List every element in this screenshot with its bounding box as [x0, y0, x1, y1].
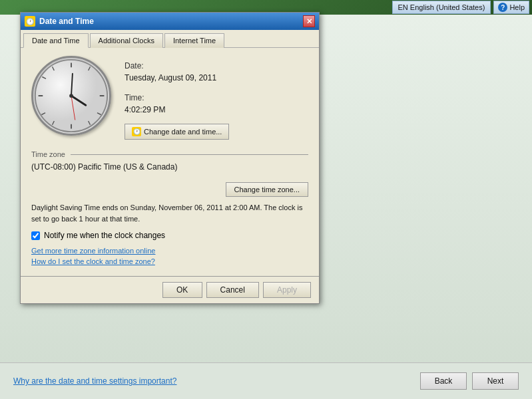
next-button[interactable]: Next	[472, 372, 519, 390]
time-label: Time:	[125, 93, 308, 102]
cancel-button[interactable]: Cancel	[206, 282, 259, 298]
dialog-titlebar: 🕐 Date and Time ✕	[21, 13, 319, 30]
wizard-help-link[interactable]: Why are the date and time settings impor…	[13, 376, 176, 386]
ok-button[interactable]: OK	[162, 282, 202, 298]
date-value: Tuesday, August 09, 2011	[125, 73, 308, 82]
tab-date-time[interactable]: Date and Time	[23, 33, 89, 48]
tab-bar: Date and Time Additional Clocks Internet…	[21, 30, 319, 47]
clock-help-link[interactable]: How do I set the clock and time zone?	[31, 257, 308, 265]
notify-checkbox[interactable]	[31, 231, 40, 240]
clock-info: Date: Tuesday, August 09, 2011 Time: 4:0…	[125, 56, 308, 140]
dialog-body: Date: Tuesday, August 09, 2011 Time: 4:0…	[21, 47, 319, 276]
close-button[interactable]: ✕	[303, 15, 315, 27]
help-button[interactable]: ? Help	[493, 1, 529, 14]
notify-checkbox-row: Notify me when the clock changes	[31, 231, 308, 240]
timezone-value: (UTC-08:00) Pacific Time (US & Canada)	[31, 162, 177, 172]
back-button[interactable]: Back	[420, 372, 467, 390]
language-indicator: EN English (United States)	[392, 1, 491, 14]
change-timezone-button[interactable]: Change time zone...	[226, 182, 308, 197]
wizard-nav-buttons: Back Next	[420, 372, 519, 390]
dialog-footer: OK Cancel Apply	[21, 276, 319, 303]
tab-internet-time[interactable]: Internet Time	[164, 33, 224, 48]
analog-clock	[31, 56, 111, 136]
tab-additional-clocks[interactable]: Additional Clocks	[90, 33, 163, 48]
timezone-section-label: Time zone	[31, 150, 308, 158]
time-value: 4:02:29 PM	[125, 105, 308, 114]
wizard-bottom-bar: Why are the date and time settings impor…	[0, 362, 532, 399]
timezone-info-link[interactable]: Get more time zone information online	[31, 247, 308, 255]
dialog-title: 🕐 Date and Time	[25, 16, 94, 27]
date-label: Date:	[125, 61, 308, 70]
apply-button[interactable]: Apply	[263, 282, 311, 298]
clock-btn-icon: 🕐	[132, 127, 141, 136]
help-icon: ?	[498, 3, 507, 12]
change-datetime-button[interactable]: 🕐 Change date and time...	[125, 124, 229, 140]
clock-area: Date: Tuesday, August 09, 2011 Time: 4:0…	[31, 56, 308, 140]
dialog-icon: 🕐	[25, 16, 35, 27]
date-time-dialog: 🕐 Date and Time ✕ Date and Time Addition…	[20, 12, 320, 304]
svg-point-15	[69, 94, 73, 98]
notify-label: Notify me when the clock changes	[44, 231, 165, 240]
dst-text: Daylight Saving Time ends on Sunday, Nov…	[31, 202, 308, 224]
